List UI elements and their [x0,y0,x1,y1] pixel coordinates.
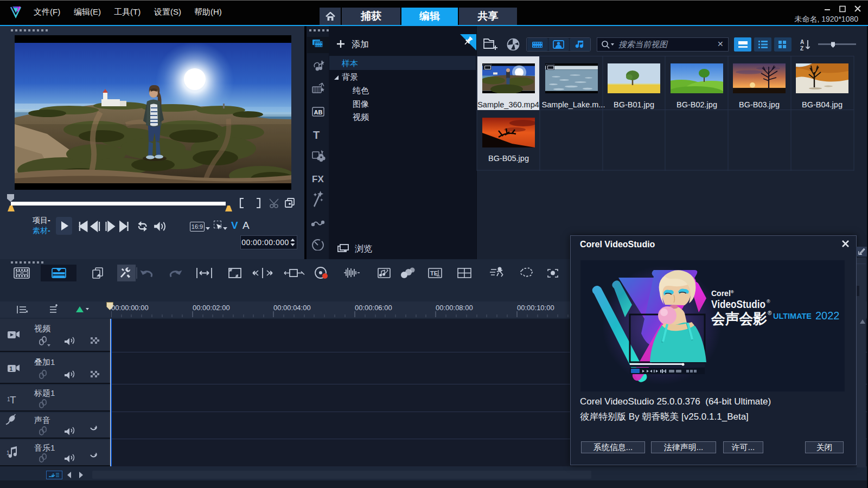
svg-text:会声会影: 会声会影 [711,311,767,327]
svg-text:VideoStudio: VideoStudio [711,298,765,310]
svg-text:TE: TE [430,270,438,277]
svg-text:Corel®: Corel® [711,289,734,298]
svg-text:1: 1 [10,366,13,372]
svg-text:T: T [313,129,320,141]
svg-text:A: A [800,39,804,45]
svg-text:T: T [10,394,16,406]
svg-text:®: ® [768,310,772,316]
svg-text:®: ® [767,299,770,304]
svg-text:AB: AB [314,109,323,115]
svg-text:2022: 2022 [815,310,840,322]
svg-text:FX: FX [312,174,324,184]
svg-text:ULTIMATE: ULTIMATE [773,311,812,320]
svg-text:Z: Z [800,46,803,52]
